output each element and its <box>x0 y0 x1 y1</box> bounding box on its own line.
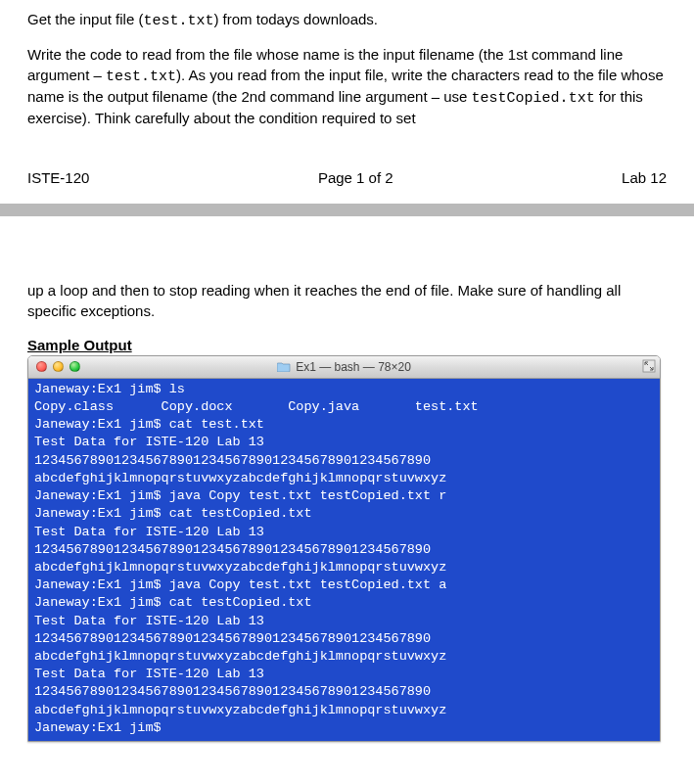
code-filename: test.txt <box>106 69 176 85</box>
footer-left: ISTE-120 <box>27 169 89 186</box>
terminal-body[interactable]: Janeway:Ex1 jim$ ls Copy.class Copy.docx… <box>28 379 660 741</box>
code-filename: testCopied.txt <box>472 90 595 107</box>
terminal-window: Ex1 — bash — 78×20 Janeway:Ex1 jim$ ls C… <box>27 355 661 742</box>
terminal-title: Ex1 — bash — 78×20 <box>28 360 660 374</box>
expand-icon[interactable] <box>642 359 656 373</box>
instructions-block: Get the input file (test.txt) from today… <box>27 10 667 128</box>
close-icon[interactable] <box>36 361 47 372</box>
text: Get the input file ( <box>27 11 143 27</box>
continuation-paragraph: up a loop and then to stop reading when … <box>27 281 667 321</box>
zoom-icon[interactable] <box>69 361 80 372</box>
page-bottom: up a loop and then to stop reading when … <box>0 281 694 754</box>
minimize-icon[interactable] <box>53 361 64 372</box>
page-top: Get the input file (test.txt) from today… <box>0 0 694 204</box>
page-gap <box>0 216 694 281</box>
page-footer: ISTE-120 Page 1 of 2 Lab 12 <box>27 169 667 186</box>
window-controls <box>36 361 80 372</box>
footer-center: Page 1 of 2 <box>318 169 393 186</box>
terminal-title-text: Ex1 — bash — 78×20 <box>296 360 411 374</box>
paragraph-1: Get the input file (test.txt) from today… <box>27 10 667 31</box>
page-divider <box>0 204 694 216</box>
footer-right: Lab 12 <box>622 169 667 186</box>
sample-output-heading: Sample Output <box>27 337 667 353</box>
text: ) from todays downloads. <box>213 11 378 27</box>
paragraph-2: Write the code to read from the file who… <box>27 45 667 128</box>
code-filename: test.txt <box>143 13 213 29</box>
terminal-titlebar: Ex1 — bash — 78×20 <box>28 356 660 379</box>
folder-icon <box>277 361 291 372</box>
